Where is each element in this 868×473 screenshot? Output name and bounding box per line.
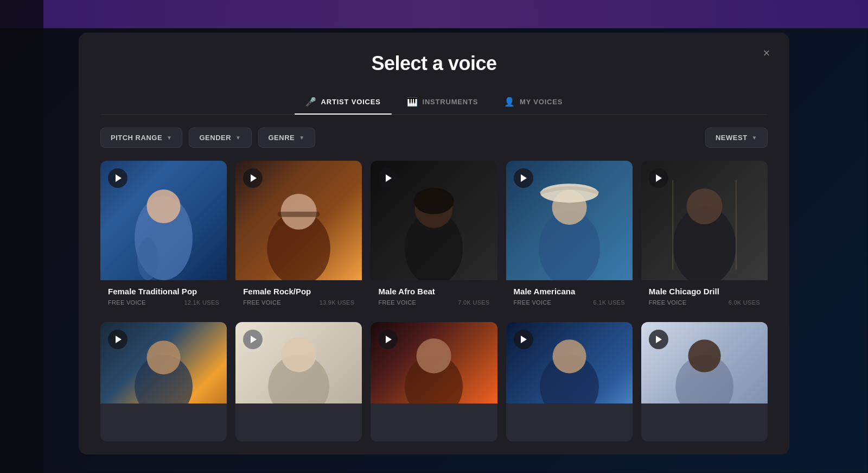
card-image	[371, 322, 497, 442]
card-meta: FREE VOICE 7.0K USES	[378, 299, 489, 306]
play-button[interactable]	[243, 330, 263, 349]
free-badge: FREE VOICE	[243, 299, 281, 306]
user-icon: 👤	[504, 97, 515, 107]
card-meta: FREE VOICE 12.1K USES	[108, 299, 219, 306]
play-button[interactable]	[108, 330, 127, 349]
play-icon	[251, 336, 257, 343]
piano-icon: 🎹	[407, 97, 418, 107]
chevron-down-icon: ▼	[752, 135, 757, 141]
chevron-down-icon: ▼	[235, 135, 241, 141]
card-image	[641, 161, 768, 280]
modal-header: Select a voice × 🎤 ARTIST VOICES 🎹 INSTR…	[79, 33, 789, 115]
chevron-down-icon: ▼	[167, 135, 172, 141]
card-image	[371, 161, 497, 280]
pitch-range-label: PITCH RANGE	[111, 134, 162, 142]
voice-grid: Female Traditional Pop FREE VOICE 12.1K …	[79, 161, 789, 455]
genre-label: GENRE	[269, 134, 295, 142]
play-icon	[251, 174, 257, 182]
gender-filter[interactable]: GENDER ▼	[189, 128, 251, 148]
modal-overlay: Select a voice × 🎤 ARTIST VOICES 🎹 INSTR…	[0, 0, 868, 473]
svg-point-19	[282, 337, 316, 372]
tab-artist-voices-label: ARTIST VOICES	[321, 98, 381, 106]
svg-rect-5	[278, 212, 320, 217]
pitch-range-filter[interactable]: PITCH RANGE ▼	[100, 128, 182, 148]
card-image	[235, 322, 362, 442]
uses-count: 6.1K USES	[593, 299, 624, 306]
free-badge: FREE VOICE	[108, 299, 146, 306]
svg-point-21	[417, 338, 451, 373]
voice-card-male-afro-beat[interactable]: Male Afro Beat FREE VOICE 7.0K USES	[371, 161, 497, 313]
voice-name: Male Chicago Drill	[649, 287, 760, 296]
play-icon	[656, 336, 662, 343]
voice-name: Female Traditional Pop	[108, 287, 219, 296]
tab-artist-voices[interactable]: 🎤 ARTIST VOICES	[295, 90, 392, 115]
card-image	[506, 161, 633, 280]
sort-button[interactable]: NEWEST ▼	[705, 128, 768, 148]
voice-card-male-americana[interactable]: Male Americana FREE VOICE 6.1K USES	[506, 161, 633, 313]
card-info: Male Chicago Drill FREE VOICE 6.0K USES	[641, 280, 768, 313]
svg-point-13	[686, 188, 722, 224]
play-button[interactable]	[108, 168, 127, 188]
card-info: Female Traditional Pop FREE VOICE 12.1K …	[100, 280, 227, 313]
tab-my-voices-label: MY VOICES	[520, 98, 563, 106]
svg-point-17	[147, 340, 181, 374]
card-image	[100, 161, 227, 280]
tab-my-voices[interactable]: 👤 MY VOICES	[493, 90, 573, 115]
card-image	[235, 161, 362, 280]
filter-left: PITCH RANGE ▼ GENDER ▼ GENRE ▼	[100, 128, 315, 148]
card-meta: FREE VOICE 13.9K USES	[243, 299, 354, 306]
gender-label: GENDER	[199, 134, 231, 142]
card-meta: FREE VOICE 6.0K USES	[649, 299, 760, 306]
card-image	[641, 322, 768, 442]
play-icon	[521, 174, 527, 182]
card-image	[100, 322, 227, 442]
play-button[interactable]	[649, 330, 668, 349]
voice-card-row2-5[interactable]	[641, 322, 768, 442]
svg-point-8	[414, 188, 454, 215]
play-button[interactable]	[243, 168, 263, 188]
voice-card-row2-2[interactable]	[235, 322, 362, 442]
voice-card-row2-3[interactable]	[371, 322, 497, 442]
voice-card-row2-1[interactable]	[100, 322, 227, 442]
voice-card-row2-4[interactable]	[506, 322, 633, 442]
voice-card-female-trad-pop[interactable]: Female Traditional Pop FREE VOICE 12.1K …	[100, 161, 227, 313]
play-icon	[116, 174, 122, 182]
genre-filter[interactable]: GENRE ▼	[258, 128, 315, 148]
card-meta: FREE VOICE 6.1K USES	[514, 299, 625, 306]
filter-bar: PITCH RANGE ▼ GENDER ▼ GENRE ▼ NEWEST ▼	[79, 115, 789, 161]
play-icon	[656, 174, 662, 182]
uses-count: 6.0K USES	[729, 299, 760, 306]
chevron-down-icon: ▼	[299, 135, 304, 141]
voice-name: Male Americana	[514, 287, 625, 296]
svg-point-1	[147, 190, 181, 223]
voice-card-male-chicago-drill[interactable]: Male Chicago Drill FREE VOICE 6.0K USES	[641, 161, 768, 313]
close-button[interactable]: ×	[757, 43, 776, 63]
uses-count: 12.1K USES	[184, 299, 219, 306]
play-button[interactable]	[514, 330, 533, 349]
uses-count: 13.9K USES	[320, 299, 355, 306]
tab-instruments[interactable]: 🎹 INSTRUMENTS	[396, 90, 489, 115]
card-info: Male Americana FREE VOICE 6.1K USES	[506, 280, 633, 313]
card-info: Male Afro Beat FREE VOICE 7.0K USES	[371, 280, 497, 313]
voice-name: Female Rock/Pop	[243, 287, 354, 296]
voice-name: Male Afro Beat	[378, 287, 489, 296]
play-button[interactable]	[514, 168, 533, 188]
card-info: Female Rock/Pop FREE VOICE 13.9K USES	[235, 280, 362, 313]
tab-instruments-label: INSTRUMENTS	[422, 98, 478, 106]
play-icon	[386, 174, 392, 182]
svg-point-23	[552, 339, 586, 373]
uses-count: 7.0K USES	[458, 299, 489, 306]
play-icon	[521, 336, 527, 343]
card-image	[506, 322, 633, 442]
modal: Select a voice × 🎤 ARTIST VOICES 🎹 INSTR…	[79, 33, 789, 455]
sort-label: NEWEST	[716, 134, 748, 142]
play-icon	[386, 336, 392, 343]
microphone-icon: 🎤	[305, 97, 317, 107]
tabs-container: 🎤 ARTIST VOICES 🎹 INSTRUMENTS 👤 MY VOICE…	[100, 90, 768, 115]
svg-point-2	[137, 238, 158, 280]
svg-point-25	[688, 339, 720, 372]
voice-card-female-rock-pop[interactable]: Female Rock/Pop FREE VOICE 13.9K USES	[235, 161, 362, 313]
play-button[interactable]	[649, 168, 668, 188]
play-icon	[116, 336, 122, 343]
free-badge: FREE VOICE	[378, 299, 416, 306]
